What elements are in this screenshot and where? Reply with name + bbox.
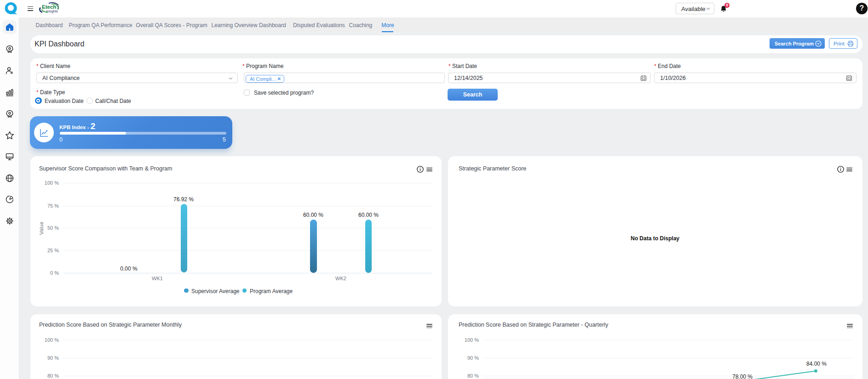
svg-text:Insights: Insights [46, 9, 58, 13]
